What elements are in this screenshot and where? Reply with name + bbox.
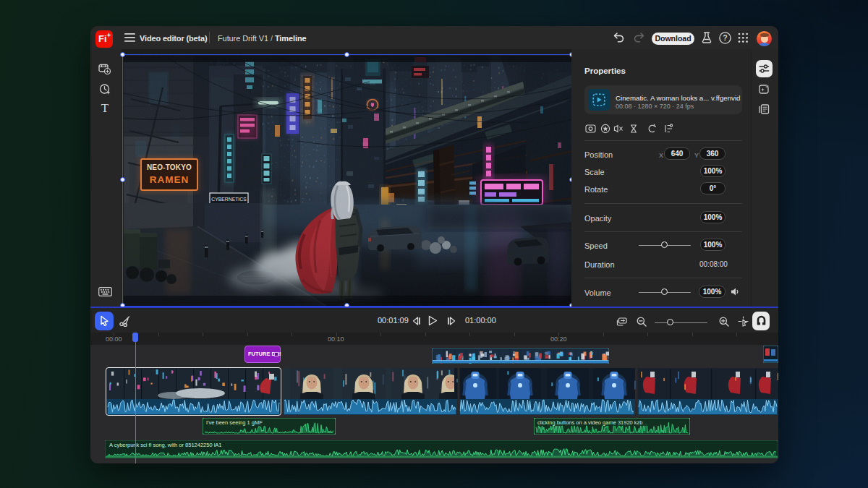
svg-text:?: ?: [723, 33, 727, 42]
svg-text:I've been seeing 1 gMF: I've been seeing 1 gMF: [206, 419, 263, 426]
svg-text:A cyberpunk sci fi song, with: A cyberpunk sci fi song, with or 8512422…: [109, 442, 222, 448]
svg-text:clicking buttons on a video ga: clicking buttons on a video game 31920 k…: [537, 419, 643, 426]
